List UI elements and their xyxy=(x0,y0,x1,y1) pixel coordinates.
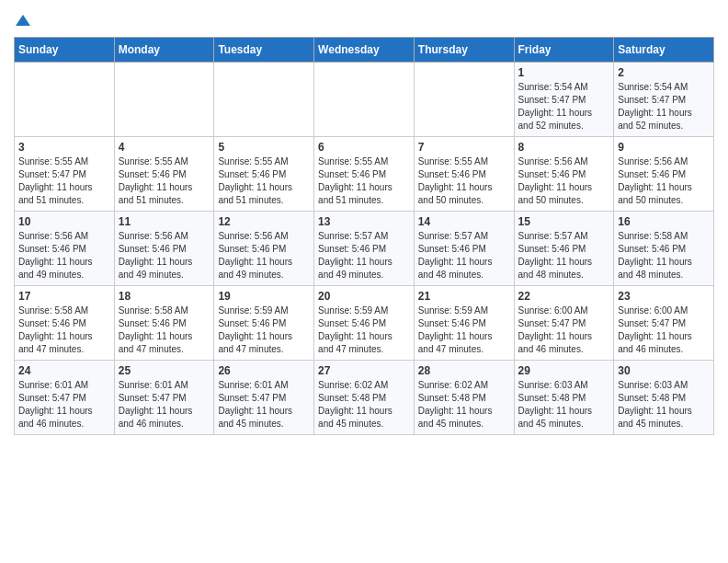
calendar-cell: 27Sunrise: 6:02 AMSunset: 5:48 PMDayligh… xyxy=(314,361,415,435)
day-number: 20 xyxy=(318,290,410,303)
day-number: 3 xyxy=(18,141,110,154)
day-number: 15 xyxy=(518,215,610,228)
calendar-cell: 23Sunrise: 6:00 AMSunset: 5:47 PMDayligh… xyxy=(614,286,714,361)
day-number: 17 xyxy=(18,290,110,303)
col-header-sunday: Sunday xyxy=(15,38,115,63)
day-number: 28 xyxy=(418,364,510,377)
page-wrapper: SundayMondayTuesdayWednesdayThursdayFrid… xyxy=(0,0,728,444)
calendar-cell: 25Sunrise: 6:01 AMSunset: 5:47 PMDayligh… xyxy=(114,361,214,435)
day-info: Sunrise: 5:58 AMSunset: 5:46 PMDaylight:… xyxy=(618,230,710,282)
day-info: Sunrise: 5:55 AMSunset: 5:47 PMDaylight:… xyxy=(18,155,110,207)
day-number: 8 xyxy=(518,141,610,154)
day-number: 24 xyxy=(18,364,110,377)
calendar-cell: 22Sunrise: 6:00 AMSunset: 5:47 PMDayligh… xyxy=(514,286,614,361)
calendar-cell: 17Sunrise: 5:58 AMSunset: 5:46 PMDayligh… xyxy=(15,286,115,361)
day-number: 12 xyxy=(218,215,310,228)
calendar-week-row: 17Sunrise: 5:58 AMSunset: 5:46 PMDayligh… xyxy=(15,286,714,361)
day-info: Sunrise: 6:02 AMSunset: 5:48 PMDaylight:… xyxy=(318,379,410,431)
day-number: 6 xyxy=(318,141,410,154)
calendar-cell: 11Sunrise: 5:56 AMSunset: 5:46 PMDayligh… xyxy=(114,212,214,286)
calendar-cell xyxy=(314,63,415,137)
col-header-wednesday: Wednesday xyxy=(314,38,415,63)
day-info: Sunrise: 5:56 AMSunset: 5:46 PMDaylight:… xyxy=(18,230,110,282)
col-header-saturday: Saturday xyxy=(614,38,714,63)
calendar-cell: 6Sunrise: 5:55 AMSunset: 5:46 PMDaylight… xyxy=(314,137,415,212)
calendar-cell: 18Sunrise: 5:58 AMSunset: 5:46 PMDayligh… xyxy=(114,286,214,361)
day-number: 21 xyxy=(418,290,510,303)
calendar-cell: 9Sunrise: 5:56 AMSunset: 5:46 PMDaylight… xyxy=(614,137,714,212)
day-info: Sunrise: 5:57 AMSunset: 5:46 PMDaylight:… xyxy=(518,230,610,282)
calendar-cell xyxy=(15,63,115,137)
calendar-cell: 29Sunrise: 6:03 AMSunset: 5:48 PMDayligh… xyxy=(514,361,614,435)
day-number: 22 xyxy=(518,290,610,303)
calendar-cell: 15Sunrise: 5:57 AMSunset: 5:46 PMDayligh… xyxy=(514,212,614,286)
day-info: Sunrise: 6:03 AMSunset: 5:48 PMDaylight:… xyxy=(618,379,710,431)
day-info: Sunrise: 5:57 AMSunset: 5:46 PMDaylight:… xyxy=(318,230,410,282)
day-info: Sunrise: 5:59 AMSunset: 5:46 PMDaylight:… xyxy=(318,304,410,356)
day-number: 23 xyxy=(618,290,710,303)
header-row xyxy=(14,9,714,31)
calendar-cell: 16Sunrise: 5:58 AMSunset: 5:46 PMDayligh… xyxy=(614,212,714,286)
logo-icon xyxy=(16,13,30,28)
col-header-tuesday: Tuesday xyxy=(214,38,314,63)
day-number: 5 xyxy=(218,141,310,154)
calendar-cell: 8Sunrise: 5:56 AMSunset: 5:46 PMDaylight… xyxy=(514,137,614,212)
day-number: 27 xyxy=(318,364,410,377)
calendar-cell: 5Sunrise: 5:55 AMSunset: 5:46 PMDaylight… xyxy=(214,137,314,212)
day-info: Sunrise: 6:03 AMSunset: 5:48 PMDaylight:… xyxy=(518,379,610,431)
day-info: Sunrise: 5:54 AMSunset: 5:47 PMDaylight:… xyxy=(518,81,610,132)
day-info: Sunrise: 5:58 AMSunset: 5:46 PMDaylight:… xyxy=(18,304,110,356)
day-info: Sunrise: 5:57 AMSunset: 5:46 PMDaylight:… xyxy=(418,230,510,282)
day-number: 29 xyxy=(518,364,610,377)
day-number: 11 xyxy=(119,215,210,228)
calendar-cell: 13Sunrise: 5:57 AMSunset: 5:46 PMDayligh… xyxy=(314,212,415,286)
day-info: Sunrise: 5:54 AMSunset: 5:47 PMDaylight:… xyxy=(618,81,710,132)
day-number: 4 xyxy=(119,141,210,154)
day-number: 13 xyxy=(318,215,410,228)
calendar-cell xyxy=(114,63,214,137)
day-number: 18 xyxy=(119,290,210,303)
calendar-cell xyxy=(414,63,514,137)
calendar-cell xyxy=(214,63,314,137)
calendar-week-row: 1Sunrise: 5:54 AMSunset: 5:47 PMDaylight… xyxy=(15,63,714,137)
col-header-friday: Friday xyxy=(514,38,614,63)
calendar-cell: 26Sunrise: 6:01 AMSunset: 5:47 PMDayligh… xyxy=(214,361,314,435)
day-number: 14 xyxy=(418,215,510,228)
calendar-table: SundayMondayTuesdayWednesdayThursdayFrid… xyxy=(14,37,714,435)
day-info: Sunrise: 5:59 AMSunset: 5:46 PMDaylight:… xyxy=(418,304,510,356)
day-info: Sunrise: 5:55 AMSunset: 5:46 PMDaylight:… xyxy=(218,155,310,207)
svg-marker-0 xyxy=(16,15,30,26)
day-info: Sunrise: 5:56 AMSunset: 5:46 PMDaylight:… xyxy=(618,155,710,207)
calendar-cell: 2Sunrise: 5:54 AMSunset: 5:47 PMDaylight… xyxy=(614,63,714,137)
day-info: Sunrise: 5:55 AMSunset: 5:46 PMDaylight:… xyxy=(418,155,510,207)
day-info: Sunrise: 5:55 AMSunset: 5:46 PMDaylight:… xyxy=(119,155,210,207)
day-info: Sunrise: 6:01 AMSunset: 5:47 PMDaylight:… xyxy=(18,379,110,431)
day-number: 16 xyxy=(618,215,710,228)
day-info: Sunrise: 6:01 AMSunset: 5:47 PMDaylight:… xyxy=(218,379,310,431)
calendar-week-row: 24Sunrise: 6:01 AMSunset: 5:47 PMDayligh… xyxy=(15,361,714,435)
day-number: 25 xyxy=(119,364,210,377)
day-info: Sunrise: 6:00 AMSunset: 5:47 PMDaylight:… xyxy=(618,304,710,356)
calendar-cell: 19Sunrise: 5:59 AMSunset: 5:46 PMDayligh… xyxy=(214,286,314,361)
calendar-cell: 28Sunrise: 6:02 AMSunset: 5:48 PMDayligh… xyxy=(414,361,514,435)
day-number: 7 xyxy=(418,141,510,154)
calendar-cell: 21Sunrise: 5:59 AMSunset: 5:46 PMDayligh… xyxy=(414,286,514,361)
calendar-cell: 20Sunrise: 5:59 AMSunset: 5:46 PMDayligh… xyxy=(314,286,415,361)
calendar-week-row: 3Sunrise: 5:55 AMSunset: 5:47 PMDaylight… xyxy=(15,137,714,212)
day-number: 30 xyxy=(618,364,710,377)
day-info: Sunrise: 5:56 AMSunset: 5:46 PMDaylight:… xyxy=(518,155,610,207)
day-number: 26 xyxy=(218,364,310,377)
day-info: Sunrise: 6:00 AMSunset: 5:47 PMDaylight:… xyxy=(518,304,610,356)
calendar-cell: 30Sunrise: 6:03 AMSunset: 5:48 PMDayligh… xyxy=(614,361,714,435)
day-info: Sunrise: 6:01 AMSunset: 5:47 PMDaylight:… xyxy=(119,379,210,431)
day-number: 10 xyxy=(18,215,110,228)
day-info: Sunrise: 6:02 AMSunset: 5:48 PMDaylight:… xyxy=(418,379,510,431)
day-info: Sunrise: 5:55 AMSunset: 5:46 PMDaylight:… xyxy=(318,155,410,207)
day-number: 19 xyxy=(218,290,310,303)
col-header-thursday: Thursday xyxy=(414,38,514,63)
calendar-cell: 14Sunrise: 5:57 AMSunset: 5:46 PMDayligh… xyxy=(414,212,514,286)
day-info: Sunrise: 5:59 AMSunset: 5:46 PMDaylight:… xyxy=(218,304,310,356)
calendar-cell: 4Sunrise: 5:55 AMSunset: 5:46 PMDaylight… xyxy=(114,137,214,212)
day-info: Sunrise: 5:56 AMSunset: 5:46 PMDaylight:… xyxy=(119,230,210,282)
calendar-cell: 24Sunrise: 6:01 AMSunset: 5:47 PMDayligh… xyxy=(15,361,115,435)
